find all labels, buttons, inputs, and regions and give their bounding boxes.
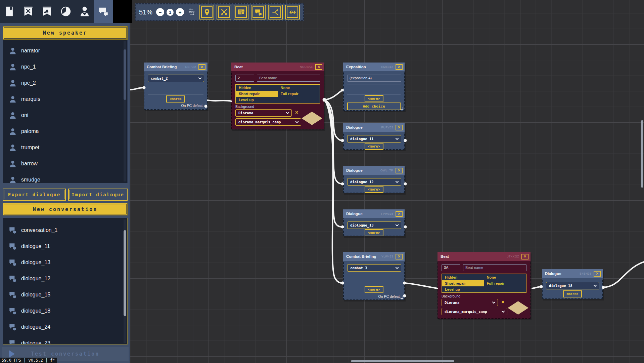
conversation-item[interactable]: diologue_23 [3,335,127,345]
option-short-repair[interactable]: Short repair [236,91,278,97]
beat-number-field[interactable]: 2 [235,75,254,82]
conversation-item[interactable]: conversation_1 [3,222,127,238]
add-location-node-button[interactable] [199,5,214,19]
conversation-item[interactable]: diologue_18 [3,303,127,319]
option-none[interactable]: None [278,85,320,91]
node-beat[interactable]: Beat NOUBAE 2 Beat name Hidden None Shor… [231,63,324,129]
zoom-reset-button[interactable]: 1 [167,9,174,16]
option-full-repair[interactable]: Full repair [484,280,526,286]
node-header[interactable]: Dialogue OWL_TP [343,166,405,175]
node-combat-briefing[interactable]: Combat Briefing YLW433 combat_3 <more> O… [343,252,405,300]
close-node-icon[interactable] [396,254,403,259]
tab-combat-banner[interactable] [19,0,38,23]
close-node-icon[interactable] [315,64,322,70]
canvas-horizontal-scrollbar[interactable] [351,360,454,362]
conversation-scrollbar-track[interactable] [124,219,126,343]
node-header[interactable]: Dialogue FPW328 [343,209,405,218]
conversation-item[interactable]: diologue_15 [3,287,127,303]
conversation-item[interactable]: diologue_24 [3,319,127,335]
more-button[interactable]: <more> [364,143,383,150]
speaker-item[interactable]: trumpet [3,139,127,156]
resize-handle[interactable] [401,107,403,110]
more-button[interactable]: <more> [166,95,185,103]
zoom-in-button[interactable]: + [176,8,184,16]
add-form-node-button[interactable] [234,5,248,19]
conversation-item[interactable]: diologue_13 [3,254,127,271]
beat-name-field[interactable]: Beat name [257,75,320,82]
more-button[interactable]: <more> [364,286,383,293]
background-value-select[interactable]: diorama_marquis_camp [442,308,507,315]
combat-select[interactable]: combat_3 [347,264,401,272]
tab-time[interactable] [56,0,75,23]
close-node-icon[interactable] [396,211,403,217]
speaker-scrollbar-track[interactable] [124,41,126,182]
beat-name-field[interactable]: Beat name [463,264,526,271]
option-level-up[interactable]: Level up [442,286,484,292]
speaker-item[interactable]: smudge [3,172,127,183]
resize-handle[interactable] [401,296,403,299]
new-conversation-button[interactable]: New conversation [3,203,128,215]
more-button[interactable]: <more> [364,229,383,236]
tab-character[interactable] [75,0,94,23]
node-header[interactable]: Dialogue PUPV03 [343,123,405,132]
new-speaker-button[interactable]: New speaker [3,26,128,40]
speaker-item[interactable]: npc_1 [3,59,127,75]
speaker-item[interactable]: npc_2 [3,75,127,91]
option-level-up[interactable]: Level up [236,97,278,103]
node-header[interactable]: Dialogue B4BN28 [542,269,603,278]
option-short-repair[interactable]: Short repair [442,280,484,286]
option-hidden[interactable]: Hidden [442,274,484,280]
speaker-item[interactable]: barrow [3,156,127,172]
zoom-out-button[interactable]: − [156,8,164,16]
dialogue-select[interactable]: dialogue_11 [347,135,401,143]
node-header[interactable]: Beat NOUBAE [231,63,324,71]
combat-select[interactable]: combat_2 [148,75,204,82]
node-exposition[interactable]: Exposition EME312 (exposition 4) <more> … [343,63,405,111]
speaker-item[interactable]: marquis [3,91,127,107]
tab-dialogue[interactable] [94,0,113,23]
clear-background-icon[interactable] [295,110,298,115]
add-connection-node-button[interactable] [285,5,300,19]
background-type-select[interactable]: Diorama [442,299,498,306]
node-dialogue[interactable]: Dialogue OWL_TP diologue_12 <more> [343,166,405,193]
tab-book[interactable] [0,0,19,23]
dialogue-select[interactable]: diologue_18 [546,282,599,289]
background-type-select[interactable]: Diorama [235,109,292,117]
node-header[interactable]: Combat Briefing DSPLI2 [144,63,208,71]
node-header[interactable]: Combat Briefing YLW433 [343,252,405,261]
exposition-text-field[interactable]: (exposition 4) [347,75,401,82]
canvas-vertical-scrollbar[interactable] [641,120,643,188]
node-dialogue[interactable]: Dialogue B4BN28 diologue_18 <more> [542,269,603,299]
speaker-item[interactable]: oni [3,107,127,123]
dialogue-select[interactable]: diologue_13 [347,221,401,229]
add-dialogue-node-button[interactable] [251,5,266,19]
close-node-icon[interactable] [396,64,403,70]
option-hidden[interactable]: Hidden [236,85,278,91]
tab-camp-banner[interactable] [38,0,56,23]
arrange-nodes-icon[interactable] [187,8,196,16]
more-button[interactable]: <more> [563,290,582,297]
speaker-scrollbar-thumb[interactable] [124,49,126,100]
import-dialogue-button[interactable]: Import dialogue [68,189,128,201]
node-header[interactable]: Beat JTKXQZ [438,252,531,261]
conversation-scrollbar-thumb[interactable] [124,230,126,316]
node-combat-briefing[interactable]: Combat Briefing DSPLI2 combat_2 <more> O… [144,63,208,110]
more-button[interactable]: <more> [364,95,383,102]
conversation-item[interactable]: dialogue_11 [3,238,127,254]
speaker-item[interactable]: paloma [3,123,127,139]
node-dialogue[interactable]: Dialogue FPW328 diologue_13 <more> [343,209,405,236]
speaker-item[interactable]: narrator [3,43,127,59]
close-node-icon[interactable] [396,125,403,130]
dialogue-select[interactable]: diologue_12 [347,178,401,186]
more-button[interactable]: <more> [364,186,383,193]
background-value-select[interactable]: diorama_marquis_camp [235,118,301,126]
node-beat[interactable]: Beat JTKXQZ 3A Beat name Hidden None Sho… [438,252,531,319]
export-dialogue-button[interactable]: Export dialogue [3,189,66,201]
node-dialogue[interactable]: Dialogue PUPV03 dialogue_11 <more> [343,123,405,150]
close-node-icon[interactable] [594,271,601,277]
add-branch-node-button[interactable] [268,5,283,19]
close-node-icon[interactable] [521,254,528,259]
close-node-icon[interactable] [198,64,205,70]
conversation-item[interactable]: diologue_12 [3,271,127,287]
option-none[interactable]: None [484,274,526,280]
